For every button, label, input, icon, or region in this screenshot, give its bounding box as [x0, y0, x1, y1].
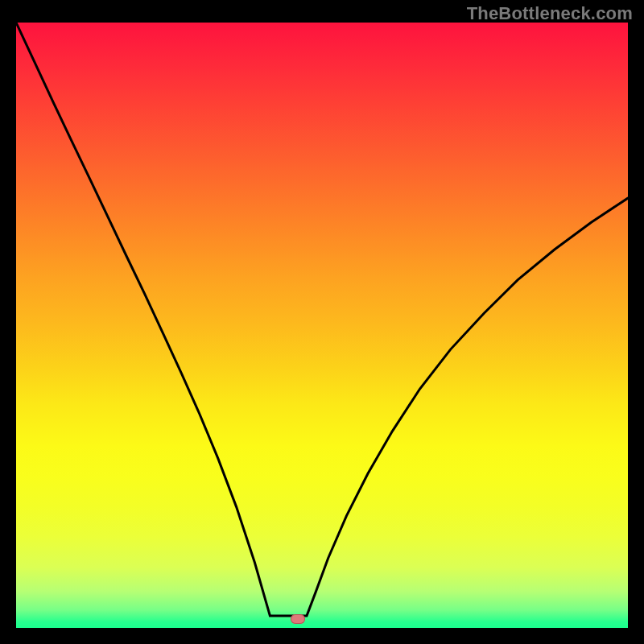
minimum-marker	[291, 614, 305, 624]
chart-container: TheBottleneck.com	[0, 0, 644, 644]
plot-area	[16, 23, 628, 628]
bottleneck-curve	[16, 23, 628, 616]
watermark-label: TheBottleneck.com	[467, 3, 633, 24]
curve-layer	[16, 23, 628, 628]
